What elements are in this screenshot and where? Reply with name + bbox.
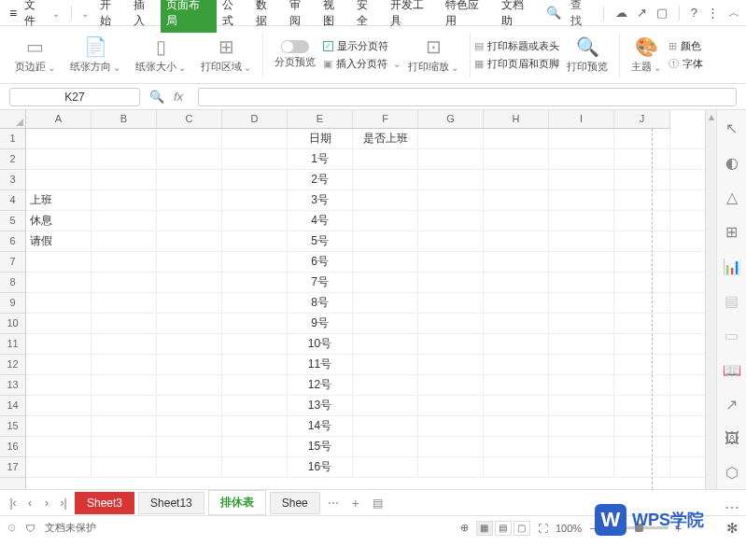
cell-A1[interactable] (26, 129, 91, 148)
print-zoom-button[interactable]: ⊡打印缩放 (401, 35, 466, 74)
cell-G2[interactable] (418, 149, 484, 169)
tab-special[interactable]: 特色应用 (440, 0, 496, 33)
cell-I9[interactable] (549, 293, 614, 313)
cell-D5[interactable] (222, 211, 288, 231)
cell-A9[interactable] (26, 293, 91, 313)
row-header-14[interactable]: 14 (0, 396, 25, 416)
cell-C2[interactable] (157, 149, 222, 169)
cell-G6[interactable] (418, 231, 484, 251)
cell-G3[interactable] (418, 170, 484, 189)
cell-G14[interactable] (418, 396, 484, 415)
cell-A11[interactable] (26, 334, 91, 354)
cell-I15[interactable] (549, 416, 614, 436)
cell-H13[interactable] (484, 375, 549, 395)
tab-view[interactable]: 视图 (317, 0, 351, 33)
cell-C8[interactable] (157, 273, 222, 292)
cell-E2[interactable]: 1号 (288, 149, 353, 169)
quick-access-dropdown[interactable] (79, 7, 89, 20)
cell-J1[interactable] (614, 129, 670, 148)
cell-H10[interactable] (484, 314, 549, 333)
cell-F16[interactable] (353, 437, 418, 456)
cell-B7[interactable] (91, 252, 157, 272)
select-icon[interactable]: ◐ (725, 154, 739, 172)
cell-H17[interactable] (484, 457, 549, 477)
cell-I12[interactable] (549, 355, 614, 374)
cell-I3[interactable] (549, 170, 614, 189)
cell-I14[interactable] (549, 396, 614, 415)
sheet-more[interactable]: ⋯ (324, 497, 343, 510)
share-icon[interactable]: ↗ (637, 6, 647, 20)
cell-E4[interactable]: 3号 (288, 190, 353, 210)
chart-icon[interactable]: 📊 (723, 258, 741, 275)
row-header-4[interactable]: 4 (0, 190, 25, 211)
cell-J11[interactable] (614, 334, 670, 354)
file-menu[interactable]: 文件 (6, 0, 63, 31)
cell-B9[interactable] (91, 293, 157, 313)
cell-C4[interactable] (157, 190, 222, 210)
sheet-tab-4[interactable]: Shee (270, 492, 320, 514)
cell-F8[interactable] (353, 273, 418, 292)
margins-button[interactable]: ▭页边距 (7, 35, 63, 74)
cell-B5[interactable] (91, 211, 157, 231)
cell-J8[interactable] (614, 273, 670, 292)
sheet-tab-1[interactable]: Sheet3 (75, 492, 134, 514)
cell-F10[interactable] (353, 314, 418, 333)
cell-F5[interactable] (353, 211, 418, 231)
settings-icon[interactable]: ✻ (726, 520, 739, 537)
cell-A13[interactable] (26, 375, 91, 395)
sheet-first[interactable]: |‹ (6, 497, 21, 510)
dashboard-icon[interactable]: ⊞ (725, 223, 738, 241)
cell-H4[interactable] (484, 190, 549, 210)
more-side-icon[interactable]: ⋯ (725, 498, 739, 516)
row-header-3[interactable]: 3 (0, 170, 25, 190)
cell-B8[interactable] (91, 273, 157, 292)
cell-A4[interactable]: 上班 (26, 190, 91, 210)
shape-icon[interactable]: △ (726, 189, 738, 206)
cell-E11[interactable]: 10号 (288, 334, 353, 354)
cell-H9[interactable] (484, 293, 549, 313)
cell-E9[interactable]: 8号 (288, 293, 353, 313)
row-header-2[interactable]: 2 (0, 149, 25, 170)
cell-E1[interactable]: 日期 (288, 129, 353, 148)
cell-C1[interactable] (157, 129, 222, 148)
cell-E14[interactable]: 13号 (288, 396, 353, 415)
cursor-icon[interactable]: ↖ (725, 119, 738, 137)
target-icon[interactable]: ⊕ (460, 522, 469, 534)
cell-F9[interactable] (353, 293, 418, 313)
sheet-last[interactable]: ›| (56, 497, 71, 510)
cell-D12[interactable] (222, 355, 288, 374)
tab-home[interactable]: 开始 (94, 0, 128, 33)
search-fx-icon[interactable]: 🔍 (149, 90, 164, 105)
cell-I2[interactable] (549, 149, 614, 169)
cell-D17[interactable] (222, 457, 288, 477)
book-icon[interactable]: 📖 (723, 361, 741, 379)
print-header-footer[interactable]: ▦打印页眉和页脚 (474, 57, 559, 71)
sheet-tab-2[interactable]: Sheet13 (138, 492, 204, 514)
theme-fonts[interactable]: ⓣ字体 (669, 57, 703, 71)
cell-H1[interactable] (484, 129, 549, 148)
tab-doc-assist[interactable]: 文档助 (496, 0, 541, 33)
cell-F12[interactable] (353, 355, 418, 374)
cell-D10[interactable] (222, 314, 288, 333)
cell-C3[interactable] (157, 170, 222, 189)
sheet-tab-3[interactable]: 排休表 (208, 490, 266, 515)
tab-review[interactable]: 审阅 (284, 0, 317, 33)
cell-G11[interactable] (418, 334, 484, 354)
row-header-13[interactable]: 13 (0, 375, 25, 396)
cell-F3[interactable] (353, 170, 418, 189)
cell-A8[interactable] (26, 273, 91, 292)
cell-J10[interactable] (614, 314, 670, 333)
sheet-list[interactable]: ▤ (369, 497, 387, 510)
tab-page-layout[interactable]: 页面布局 (161, 0, 217, 33)
sheet-next[interactable]: › (39, 497, 54, 510)
orientation-button[interactable]: 📄纸张方向 (63, 35, 128, 74)
cell-J13[interactable] (614, 375, 670, 395)
help-icon[interactable]: ? (691, 6, 697, 20)
vertical-scrollbar[interactable]: ▴ (705, 110, 716, 489)
cell-C5[interactable] (157, 211, 222, 231)
tab-formula[interactable]: 公式 (217, 0, 250, 33)
cell-I5[interactable] (549, 211, 614, 231)
cell-D1[interactable] (222, 129, 288, 148)
cell-A5[interactable]: 休息 (26, 211, 91, 231)
row-header-9[interactable]: 9 (0, 293, 25, 314)
